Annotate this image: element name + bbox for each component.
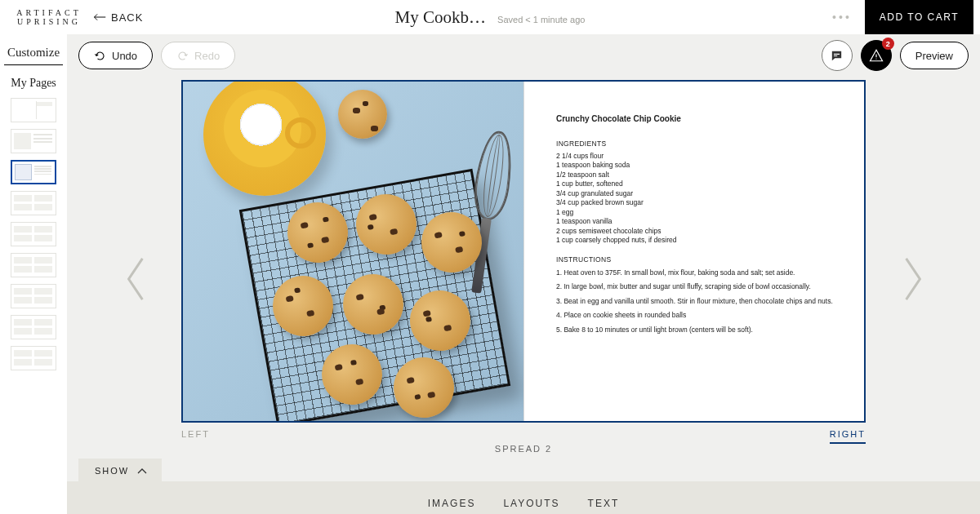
saved-status: Saved < 1 minute ago: [497, 15, 585, 24]
asset-tray: SHOW IMAGESLAYOUTSTEXT: [67, 481, 980, 514]
tray-tabs: IMAGESLAYOUTSTEXT: [428, 498, 619, 509]
tray-toggle-label: SHOW: [95, 466, 129, 476]
instruction-line[interactable]: 2. In large bowl, mix butter and sugar u…: [556, 282, 838, 291]
ingredient-line[interactable]: 1 teaspoon vanilla: [556, 217, 838, 226]
ingredient-line[interactable]: 1 cup butter, softened: [556, 179, 838, 188]
page-thumbnail[interactable]: [11, 222, 56, 246]
ingredient-line[interactable]: 3/4 cup packed brown sugar: [556, 198, 838, 207]
alerts-button[interactable]: 2: [861, 40, 892, 71]
alert-triangle-icon: [869, 48, 884, 63]
tray-tab[interactable]: LAYOUTS: [503, 498, 559, 509]
undo-icon: [94, 50, 106, 62]
page-side-labels: LEFT RIGHT: [181, 429, 866, 444]
sidebar-tab-customize[interactable]: Customize: [4, 38, 63, 65]
ingredients-heading: INGREDIENTS: [556, 140, 838, 148]
photo-cup: [224, 90, 301, 167]
brand-line1: ARTIFACT: [13, 8, 85, 18]
comments-button[interactable]: [822, 40, 853, 71]
page-thumbnail[interactable]: [11, 315, 56, 339]
prev-spread-button[interactable]: [121, 255, 150, 304]
preview-label: Preview: [915, 50, 953, 62]
sidebar: Customize My Pages: [0, 34, 67, 514]
ingredient-line[interactable]: 1 teaspoon baking soda: [556, 161, 838, 170]
photo-cookie: [338, 90, 387, 139]
instruction-line[interactable]: 5. Bake 8 to 10 minutes or until light b…: [556, 326, 838, 335]
next-spread-button[interactable]: [898, 255, 928, 304]
tray-tab[interactable]: IMAGES: [428, 498, 476, 509]
left-page-label[interactable]: LEFT: [181, 429, 210, 444]
page-thumbnails: [0, 98, 67, 370]
preview-button[interactable]: Preview: [900, 42, 969, 69]
chevron-right-icon: [898, 255, 928, 304]
title-area: My Cookb… Saved < 1 minute ago: [395, 7, 586, 28]
page-thumbnail[interactable]: [11, 253, 56, 277]
chevron-left-icon: [121, 255, 150, 304]
redo-label: Redo: [194, 50, 220, 62]
brand-line2: UPRISING: [13, 17, 85, 27]
book-title[interactable]: My Cookb…: [395, 7, 486, 28]
instructions-list[interactable]: 1. Heat oven to 375F. In small bowl, mix…: [556, 268, 838, 335]
editor-canvas: Crunchy Chocolate Chip Cookie INGREDIENT…: [67, 77, 980, 481]
toolbar: Undo Redo 2 Preview: [67, 34, 980, 77]
ingredient-line[interactable]: 2 1/4 cups flour: [556, 152, 838, 161]
arrow-left-icon: [93, 13, 106, 21]
page-right[interactable]: Crunchy Chocolate Chip Cookie INGREDIENT…: [523, 82, 864, 421]
redo-button[interactable]: Redo: [161, 42, 235, 69]
instruction-line[interactable]: 4. Place on cookie sheets in rounded bal…: [556, 311, 838, 320]
chevron-up-icon: [137, 467, 147, 474]
instructions-heading: INSTRUCTIONS: [556, 255, 838, 264]
ingredients-list[interactable]: 2 1/4 cups flour1 teaspoon baking soda1/…: [556, 152, 838, 246]
brand-logo: ARTIFACT UPRISING: [7, 8, 88, 27]
instruction-line[interactable]: 1. Heat oven to 375F. In small bowl, mix…: [556, 268, 838, 277]
tray-toggle-button[interactable]: SHOW: [78, 459, 162, 483]
book-spread[interactable]: Crunchy Chocolate Chip Cookie INGREDIENT…: [181, 80, 866, 423]
page-thumbnail[interactable]: [11, 98, 56, 122]
sidebar-section-heading: My Pages: [11, 77, 56, 90]
page-thumbnail[interactable]: [11, 160, 56, 184]
back-label: BACK: [111, 11, 143, 24]
more-menu-button[interactable]: •••: [827, 11, 857, 24]
undo-label: Undo: [112, 50, 137, 62]
right-page-label[interactable]: RIGHT: [830, 429, 866, 444]
ingredient-line[interactable]: 1 cup coarsely chopped nuts, if desired: [556, 236, 838, 245]
tray-tab[interactable]: TEXT: [588, 498, 620, 509]
add-to-cart-button[interactable]: ADD TO CART: [865, 0, 973, 34]
ingredient-line[interactable]: 1 egg: [556, 208, 838, 217]
page-thumbnail[interactable]: [11, 346, 56, 370]
chat-icon: [830, 49, 844, 63]
page-thumbnail[interactable]: [11, 284, 56, 308]
undo-button[interactable]: Undo: [78, 42, 153, 69]
back-button[interactable]: BACK: [93, 11, 143, 24]
spread-number-label: SPREAD 2: [495, 444, 552, 454]
app-header: ARTIFACT UPRISING BACK My Cookb… Saved <…: [0, 0, 980, 34]
page-thumbnail[interactable]: [11, 191, 56, 215]
ingredient-line[interactable]: 3/4 cup granulated sugar: [556, 189, 838, 198]
page-left[interactable]: [183, 82, 523, 421]
page-thumbnail[interactable]: [11, 129, 56, 153]
instruction-line[interactable]: 3. Beat in egg and vanilla until smooth.…: [556, 297, 838, 306]
redo-icon: [176, 50, 189, 62]
ingredient-line[interactable]: 1/2 teaspoon salt: [556, 171, 838, 179]
recipe-title[interactable]: Crunchy Chocolate Chip Cookie: [556, 114, 838, 123]
alert-badge: 2: [882, 38, 894, 50]
ingredient-line[interactable]: 2 cups semisweet chocolate chips: [556, 227, 838, 236]
